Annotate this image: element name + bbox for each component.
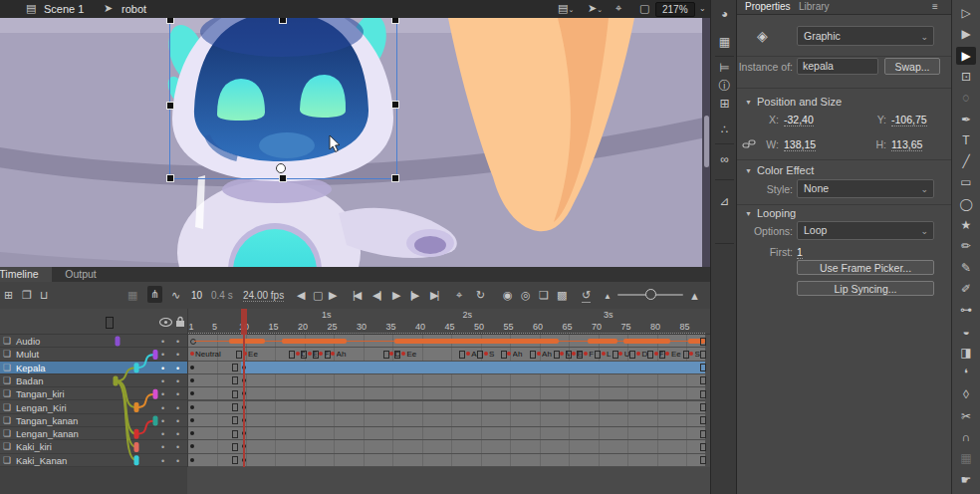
selection-handle-tr[interactable] bbox=[391, 18, 399, 24]
frame-row-kaki_kanan[interactable] bbox=[188, 454, 710, 467]
layer-name[interactable]: Badan bbox=[16, 375, 43, 386]
y-value[interactable]: -106,75 bbox=[891, 114, 927, 126]
oval-tool-icon[interactable]: ◯ bbox=[956, 195, 976, 213]
selection-handle-bl[interactable] bbox=[166, 174, 174, 182]
clip-content-button[interactable]: ▢ bbox=[639, 3, 649, 14]
selection-handle-tl[interactable] bbox=[166, 18, 174, 24]
x-value[interactable]: -32,40 bbox=[784, 114, 814, 126]
breadcrumb-symbol[interactable]: robot bbox=[122, 3, 146, 15]
layer-name[interactable]: Lengan_kanan bbox=[16, 428, 79, 439]
frame-row-tangan_kiri[interactable] bbox=[188, 387, 710, 400]
onion-outlines-button[interactable]: ◎ bbox=[521, 289, 531, 302]
hand-tool-icon[interactable]: ☛ bbox=[956, 471, 976, 489]
frame-row-kaki_kiri[interactable] bbox=[188, 440, 710, 453]
frame-row-kepala[interactable] bbox=[188, 362, 710, 374]
paint-brush-tool-icon[interactable]: ✐ bbox=[956, 280, 976, 298]
breadcrumb-scene[interactable]: Scene 1 bbox=[44, 3, 84, 15]
section-collapse-arrow[interactable]: ▼ bbox=[745, 210, 752, 217]
edit-multiple-frames-button[interactable]: ❏ bbox=[539, 289, 549, 302]
paint-bucket-tool-icon[interactable]: ◒ bbox=[956, 323, 976, 341]
selection-tool-icon[interactable]: ▷ bbox=[956, 4, 976, 22]
play-button[interactable]: ▶ bbox=[392, 289, 400, 302]
selection-handle-ml[interactable] bbox=[166, 102, 174, 110]
use-frame-picker-button[interactable]: Use Frame Picker... bbox=[797, 260, 934, 275]
brush-library-icon[interactable]: ∴ bbox=[711, 124, 738, 135]
layer-name[interactable]: Kepala bbox=[16, 363, 46, 373]
frame-row-lengan_kiri[interactable] bbox=[188, 401, 710, 414]
frame-ruler[interactable]: 1s2s3s1510152025303540455055606570758085 bbox=[188, 309, 710, 335]
layer-parent-swatch[interactable] bbox=[153, 389, 158, 399]
eyedropper-tool-icon[interactable]: ❛ bbox=[956, 365, 976, 382]
tab-library[interactable]: Library bbox=[799, 1, 830, 12]
stage-zoom-value[interactable]: 217% bbox=[655, 2, 695, 17]
onion-skin-button[interactable]: ◉ bbox=[503, 289, 513, 302]
zoom-chevron-icon[interactable]: ⌄ bbox=[699, 5, 706, 13]
stage-canvas[interactable] bbox=[0, 18, 710, 267]
bone-tool-icon[interactable]: ⊶ bbox=[956, 301, 976, 319]
center-frame-button[interactable]: ⌖ bbox=[615, 3, 621, 14]
center-playhead-button[interactable]: ⌖ bbox=[456, 289, 462, 302]
layer-parent-swatch[interactable] bbox=[134, 402, 139, 412]
section-collapse-arrow[interactable]: ▼ bbox=[745, 167, 752, 174]
step-back-button[interactable]: ◀ bbox=[297, 289, 305, 302]
camera-button[interactable]: ▦ bbox=[127, 289, 137, 302]
rectangle-tool-icon[interactable]: ▭ bbox=[956, 173, 976, 191]
loop-playback-button[interactable]: ↻ bbox=[476, 289, 485, 302]
camera-tool-icon[interactable]: ▦ bbox=[956, 449, 976, 467]
current-frame-readout[interactable]: 10 bbox=[191, 290, 202, 301]
align-panel-icon[interactable]: ⊨ bbox=[711, 62, 738, 74]
w-value[interactable]: 138,15 bbox=[784, 138, 816, 151]
lip-syncing-button[interactable]: Lip Syncing... bbox=[797, 281, 934, 296]
first-frame-value[interactable]: 1 bbox=[797, 246, 803, 259]
go-to-first-frame-button[interactable]: |◀ bbox=[353, 289, 360, 302]
color-panel-icon[interactable]: ◕ bbox=[711, 8, 738, 20]
frame-back-button[interactable]: ◀| bbox=[372, 289, 379, 302]
layer-name[interactable]: Mulut bbox=[16, 349, 39, 360]
polystar-tool-icon[interactable]: ★ bbox=[956, 216, 976, 234]
ink-bottle-tool-icon[interactable]: ◨ bbox=[956, 344, 976, 362]
layer-parent-swatch[interactable] bbox=[114, 376, 119, 386]
text-tool-icon[interactable]: T bbox=[956, 131, 976, 149]
layer-name[interactable]: Kaki_Kanan bbox=[16, 455, 67, 466]
layer-name[interactable]: Audio bbox=[16, 336, 40, 347]
stage-vscrollbar-thumb[interactable] bbox=[704, 116, 709, 167]
transformation-point[interactable] bbox=[276, 163, 286, 173]
layer-parent-swatch[interactable] bbox=[153, 415, 158, 425]
layer-name[interactable]: Tangan_kiri bbox=[16, 388, 65, 399]
tab-properties[interactable]: Properties bbox=[745, 1, 791, 12]
graph-editor-button[interactable]: ∿ bbox=[171, 289, 180, 302]
layer-parent-swatch[interactable] bbox=[134, 442, 139, 452]
h-value[interactable]: 113,65 bbox=[891, 138, 922, 151]
style-dropdown[interactable]: None⌄ bbox=[797, 179, 934, 198]
layer-name[interactable]: Kaki_kiri bbox=[16, 441, 52, 452]
frame-row-mulut[interactable]: NeutralEeDEeFAhDEeAhSAhAhMEeFLUhDFEeS bbox=[188, 348, 710, 361]
classic-brush-tool-icon[interactable]: ✎ bbox=[956, 259, 976, 277]
edit-symbols-button[interactable]: ➤⌄ bbox=[588, 3, 603, 14]
reset-timeline-zoom-button[interactable]: ↺ bbox=[582, 289, 591, 303]
symbol-type-dropdown[interactable]: Graphic⌄ bbox=[797, 26, 934, 46]
eye-column-icon[interactable] bbox=[159, 318, 172, 327]
free-transform-tool-icon[interactable]: ⊡ bbox=[956, 68, 976, 86]
edit-scene-button[interactable]: ▤⌄ bbox=[558, 3, 574, 14]
swap-button[interactable]: Swap... bbox=[884, 58, 940, 75]
cc-libraries-icon[interactable]: ∞ bbox=[711, 153, 738, 165]
line-tool-icon[interactable]: ╱ bbox=[956, 152, 976, 170]
stage-vscrollbar[interactable] bbox=[702, 18, 710, 267]
pencil-tool-icon[interactable]: ✏ bbox=[956, 237, 976, 255]
playhead-line[interactable] bbox=[243, 335, 245, 467]
frame-size-slider-knob[interactable] bbox=[645, 289, 656, 300]
selection-bounding-box[interactable] bbox=[169, 18, 397, 179]
layer-parent-swatch[interactable] bbox=[153, 350, 158, 360]
delete-layer-button[interactable]: ⊔ bbox=[40, 289, 49, 302]
frame-row-tangan_kanan[interactable] bbox=[188, 414, 710, 427]
pen-tool-icon[interactable]: ✒ bbox=[956, 111, 976, 128]
zoom-in-frames-button[interactable]: ▲ bbox=[689, 290, 700, 302]
tab-output[interactable]: Output bbox=[56, 267, 106, 282]
selection-handle-mr[interactable] bbox=[391, 101, 399, 109]
tab-timeline[interactable]: Timeline bbox=[0, 267, 52, 282]
zoom-out-frames-button[interactable]: ▲ bbox=[604, 292, 612, 301]
frame-row-audio[interactable] bbox=[188, 335, 710, 348]
frame-row-badan[interactable] bbox=[188, 374, 710, 387]
go-to-last-frame-button[interactable]: ▶| bbox=[430, 289, 437, 302]
layer-parent-swatch[interactable] bbox=[134, 429, 139, 439]
